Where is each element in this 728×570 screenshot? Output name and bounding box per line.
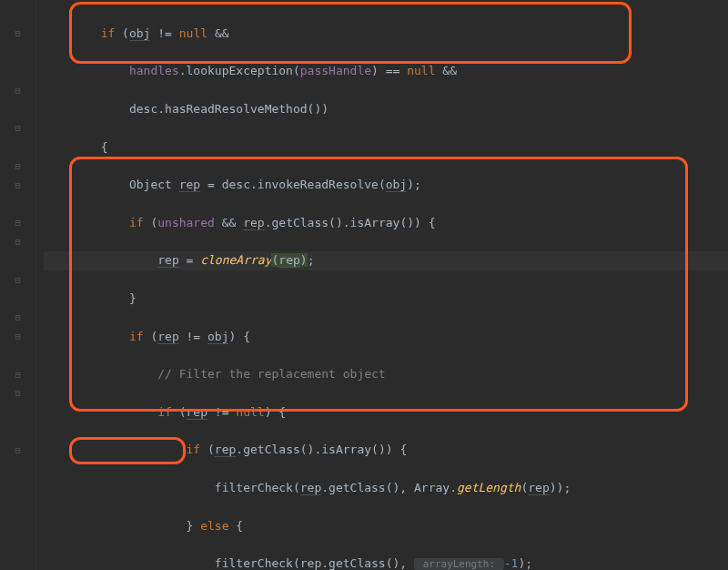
gutter-row <box>0 100 35 119</box>
code-line: if (rep != null) { <box>44 403 728 422</box>
fold-end-icon[interactable]: ⊟ <box>0 441 35 460</box>
code-line: if (unshared && rep.getClass().isArray()… <box>44 214 728 233</box>
gutter-row <box>0 195 35 214</box>
fold-end-icon[interactable]: ⊟ <box>0 384 35 403</box>
fold-end-icon[interactable]: ⊟ <box>0 309 35 328</box>
code-line: } <box>44 290 728 309</box>
gutter-row <box>0 460 35 479</box>
code-line: filterCheck(rep.getClass(), Array.getLen… <box>44 479 728 498</box>
gutter-row <box>0 422 35 442</box>
fold-icon[interactable]: ⊟ <box>0 176 35 195</box>
code-line: if (rep.getClass().isArray()) { <box>44 441 728 460</box>
fold-icon[interactable]: ⊟ <box>0 119 35 138</box>
code-editor: ⊟ ⊟ ⊟ ⊟ ⊟ ⊟ ⊟ ⊟ ⊟ ⊟ ⊟ ⊟ ⊟ if (obj != nul… <box>0 0 728 570</box>
gutter-row <box>0 44 35 63</box>
gutter-row <box>0 138 35 158</box>
code-line: if (obj != null && <box>44 25 728 44</box>
code-line: handles.lookupException(passHandle) == n… <box>44 62 728 81</box>
code-line: // Filter the replacement object <box>44 365 728 384</box>
fold-icon[interactable]: ⊟ <box>0 214 35 233</box>
fold-end-icon[interactable]: ⊟ <box>0 157 35 176</box>
fold-icon[interactable]: ⊟ <box>0 233 35 252</box>
gutter-row <box>0 290 35 309</box>
gutter-row <box>0 403 35 422</box>
code-area[interactable]: if (obj != null && handles.lookupExcepti… <box>36 0 728 570</box>
fold-end-icon[interactable]: ⊟ <box>0 328 35 347</box>
code-line: if (rep != obj) { <box>44 328 728 347</box>
fold-icon[interactable]: ⊟ <box>0 270 35 290</box>
code-line: } else { <box>44 517 728 536</box>
gutter-row <box>0 346 35 365</box>
code-line: Object rep = desc.invokeReadResolve(obj)… <box>44 176 728 195</box>
gutter-row <box>0 62 35 81</box>
gutter: ⊟ ⊟ ⊟ ⊟ ⊟ ⊟ ⊟ ⊟ ⊟ ⊟ ⊟ ⊟ ⊟ <box>0 0 36 570</box>
code-line: filterCheck(rep.getClass(), arrayLength:… <box>44 555 728 570</box>
code-line: { <box>44 138 728 158</box>
code-line-highlighted: rep = cloneArray(rep); <box>44 251 728 270</box>
fold-icon[interactable]: ⊟ <box>0 81 35 100</box>
fold-icon[interactable]: ⊟ <box>0 25 35 44</box>
fold-end-icon[interactable]: ⊟ <box>0 365 35 384</box>
parameter-hint: arrayLength: <box>414 558 504 570</box>
gutter-row <box>0 5 35 25</box>
gutter-row <box>0 251 35 270</box>
code-line: desc.hasReadResolveMethod()) <box>44 100 728 119</box>
